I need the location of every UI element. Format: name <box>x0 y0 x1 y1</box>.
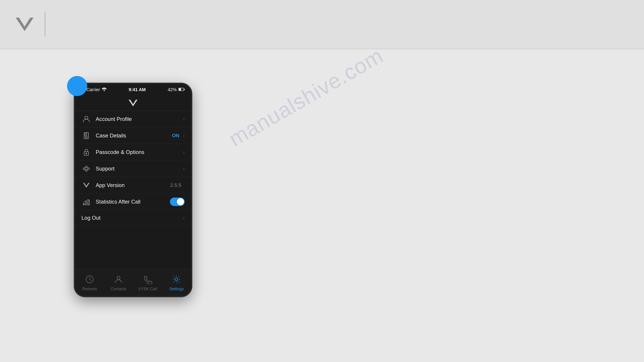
svg-point-27 <box>175 278 178 281</box>
passcode-label: Passcode & Options <box>96 149 183 155</box>
svg-line-19 <box>85 169 86 170</box>
tab-settings[interactable]: Settings <box>162 274 191 291</box>
menu-item-app-version: App Version 2.5.5 <box>75 177 191 194</box>
recents-icon <box>84 274 95 285</box>
phone-wrapper: •• Carrier 9:41 AM 42% <box>74 83 192 297</box>
svg-point-12 <box>86 153 87 154</box>
app-version-icon <box>82 180 91 190</box>
blue-dot-indicator <box>67 76 87 96</box>
menu-list: Account Profile › Case Details ON <box>75 111 191 296</box>
menu-item-case-details[interactable]: Case Details ON › <box>75 127 191 144</box>
menu-empty-area <box>75 226 191 275</box>
svg-rect-22 <box>83 204 84 205</box>
phone-content: Account Profile › Case Details ON <box>75 95 191 296</box>
vysk-call-label: VYSK Call <box>138 287 157 291</box>
passcode-icon <box>82 147 91 157</box>
settings-icon <box>171 274 182 285</box>
phone-frame: •• Carrier 9:41 AM 42% <box>74 83 192 297</box>
tab-contacts[interactable]: Contacts <box>104 274 133 291</box>
support-label: Support <box>96 166 183 172</box>
account-profile-label: Account Profile <box>96 116 183 122</box>
statistics-label: Statistics After Call <box>96 199 170 205</box>
support-chevron: › <box>183 166 185 172</box>
svg-point-6 <box>85 116 88 119</box>
svg-rect-4 <box>184 89 185 90</box>
svg-marker-21 <box>83 183 90 188</box>
case-details-badge: ON <box>172 133 179 139</box>
account-profile-icon <box>82 114 91 124</box>
contacts-icon <box>113 274 124 285</box>
header-bar <box>0 0 644 49</box>
app-logo-icon <box>128 98 139 107</box>
recents-label: Recents <box>82 287 97 291</box>
statistics-toggle[interactable] <box>170 198 185 206</box>
watermark: manualshive.com <box>225 43 388 151</box>
menu-item-account-profile[interactable]: Account Profile › <box>75 111 191 127</box>
support-icon <box>82 164 91 174</box>
passcode-chevron: › <box>183 149 185 155</box>
account-profile-chevron: › <box>183 116 185 122</box>
menu-item-logout[interactable]: Log Out › <box>75 210 191 226</box>
toggle-thumb <box>177 198 184 205</box>
logo-icon <box>14 15 36 33</box>
svg-point-15 <box>83 168 85 170</box>
battery-icon <box>178 87 185 92</box>
tab-bar: Recents Contacts <box>75 269 191 296</box>
svg-point-16 <box>86 170 87 171</box>
wifi-icon <box>102 87 107 92</box>
svg-marker-5 <box>128 100 138 106</box>
settings-label: Settings <box>169 287 184 291</box>
svg-line-17 <box>87 167 88 168</box>
app-header <box>75 95 191 111</box>
case-details-label: Case Details <box>96 132 172 139</box>
svg-point-14 <box>88 168 90 170</box>
status-time: 9:41 AM <box>129 87 146 92</box>
tab-recents[interactable]: Recents <box>75 274 104 291</box>
tab-vysk-call[interactable]: VYSK Call <box>133 274 162 291</box>
battery-percent: 42% <box>168 87 177 92</box>
carrier-text: Carrier <box>86 87 100 92</box>
svg-rect-8 <box>85 133 87 136</box>
status-right: 42% <box>168 87 185 92</box>
svg-point-13 <box>86 166 87 168</box>
svg-rect-24 <box>88 200 90 205</box>
svg-line-18 <box>85 167 86 168</box>
svg-line-20 <box>87 169 88 170</box>
header-logo <box>14 15 36 33</box>
menu-item-support[interactable]: Support › <box>75 160 191 177</box>
app-version-value: 2.5.5 <box>170 182 181 188</box>
svg-rect-3 <box>179 88 181 90</box>
vysk-call-icon <box>142 274 153 285</box>
svg-point-26 <box>117 276 120 280</box>
case-details-chevron: › <box>183 132 185 139</box>
statistics-icon <box>82 197 91 207</box>
header-divider <box>45 12 46 37</box>
case-details-icon <box>82 131 91 141</box>
contacts-label: Contacts <box>111 287 126 291</box>
app-version-label: App Version <box>96 182 170 188</box>
menu-item-statistics[interactable]: Statistics After Call <box>75 194 191 210</box>
status-bar: •• Carrier 9:41 AM 42% <box>75 84 191 95</box>
svg-point-1 <box>104 90 105 91</box>
logout-label: Log Out <box>82 215 183 221</box>
menu-item-passcode[interactable]: Passcode & Options › <box>75 144 191 160</box>
svg-marker-0 <box>16 18 34 31</box>
svg-rect-23 <box>86 202 87 205</box>
logout-chevron: › <box>183 215 185 221</box>
